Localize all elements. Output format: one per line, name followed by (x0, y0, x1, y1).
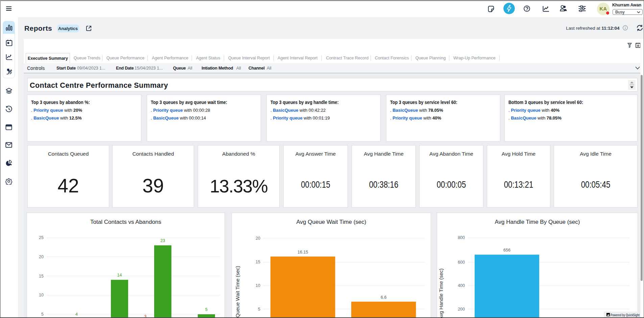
svg-text:25: 25 (39, 235, 44, 240)
svg-text:656: 656 (503, 248, 510, 253)
svg-text:Avg Handle Time (sec): Avg Handle Time (sec) (438, 268, 444, 318)
svg-text:16.15: 16.15 (297, 250, 308, 255)
svg-text:800: 800 (458, 235, 465, 240)
svg-text:Avg Queue Wait Time (sec): Avg Queue Wait Time (sec) (235, 266, 240, 318)
svg-text:600: 600 (458, 260, 465, 265)
svg-text:10: 10 (256, 283, 260, 288)
svg-text:400: 400 (458, 283, 465, 288)
svg-text:4: 4 (75, 312, 78, 317)
svg-text:5: 5 (41, 312, 44, 317)
svg-text:6.6: 6.6 (381, 295, 386, 300)
svg-text:200: 200 (458, 307, 465, 312)
svg-text:23: 23 (161, 238, 165, 243)
svg-text:5: 5 (205, 307, 208, 312)
svg-text:20: 20 (256, 236, 260, 241)
svg-text:14: 14 (117, 273, 122, 277)
svg-text:10: 10 (39, 293, 44, 297)
svg-text:5: 5 (258, 307, 260, 312)
svg-text:15: 15 (39, 274, 44, 279)
svg-text:20: 20 (39, 255, 44, 259)
svg-text:15: 15 (256, 260, 260, 264)
